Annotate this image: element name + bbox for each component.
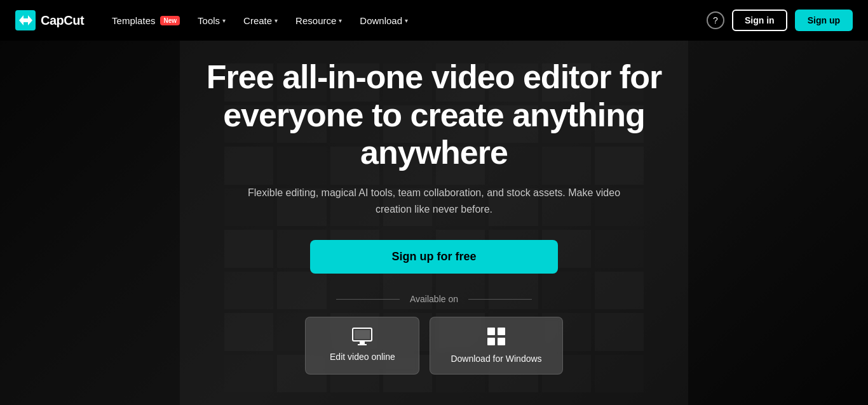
available-on-section: Available on bbox=[336, 294, 532, 304]
signin-button[interactable]: Sign in bbox=[732, 10, 787, 31]
hero-section: Free all-in-one video editor for everyon… bbox=[0, 0, 868, 405]
edit-online-label: Edit video online bbox=[330, 352, 395, 362]
nav-create[interactable]: Create ▾ bbox=[236, 10, 285, 31]
svg-rect-3 bbox=[360, 342, 365, 344]
nav-download[interactable]: Download ▾ bbox=[352, 10, 416, 31]
resource-chevron-icon: ▾ bbox=[339, 17, 342, 24]
hero-content: Free all-in-one video editor for everyon… bbox=[123, 58, 745, 375]
tools-chevron-icon: ▾ bbox=[222, 17, 226, 24]
nav-items: Templates New Tools ▾ Create ▾ Resource … bbox=[104, 10, 707, 31]
monitor-icon bbox=[352, 328, 372, 345]
download-chevron-icon: ▾ bbox=[405, 17, 408, 24]
nav-right: ? Sign in Sign up bbox=[707, 10, 853, 31]
help-button[interactable]: ? bbox=[707, 11, 724, 29]
capcut-logo-icon bbox=[15, 10, 36, 30]
available-on-label: Available on bbox=[410, 294, 458, 304]
signup-button[interactable]: Sign up bbox=[795, 10, 853, 31]
svg-rect-6 bbox=[498, 328, 505, 335]
hero-subtitle: Flexible editing, magical AI tools, team… bbox=[243, 185, 625, 217]
divider-right bbox=[468, 299, 532, 300]
divider-left bbox=[336, 299, 400, 300]
signup-hero-button[interactable]: Sign up for free bbox=[310, 240, 558, 274]
windows-logo-icon bbox=[487, 328, 505, 345]
windows-icon bbox=[487, 328, 505, 347]
svg-rect-5 bbox=[487, 328, 495, 335]
download-windows-button[interactable]: Download for Windows bbox=[430, 317, 562, 375]
nav-templates[interactable]: Templates New bbox=[104, 10, 187, 31]
logo-link[interactable]: CapCut bbox=[15, 10, 84, 30]
hero-title: Free all-in-one video editor for everyon… bbox=[148, 58, 720, 172]
download-windows-label: Download for Windows bbox=[451, 354, 541, 364]
svg-rect-8 bbox=[498, 338, 505, 345]
platform-buttons: Edit video online Download for Windows bbox=[305, 317, 562, 375]
logo-text: CapCut bbox=[41, 13, 84, 28]
svg-rect-7 bbox=[487, 338, 495, 345]
edit-online-icon bbox=[352, 328, 372, 345]
nav-resource[interactable]: Resource ▾ bbox=[288, 10, 349, 31]
nav-tools[interactable]: Tools ▾ bbox=[190, 10, 233, 31]
templates-badge: New bbox=[160, 16, 180, 25]
create-chevron-icon: ▾ bbox=[275, 17, 278, 24]
edit-online-button[interactable]: Edit video online bbox=[305, 317, 419, 375]
navbar: CapCut Templates New Tools ▾ Create ▾ Re… bbox=[0, 0, 868, 41]
svg-rect-2 bbox=[355, 330, 370, 339]
svg-rect-4 bbox=[358, 344, 367, 345]
